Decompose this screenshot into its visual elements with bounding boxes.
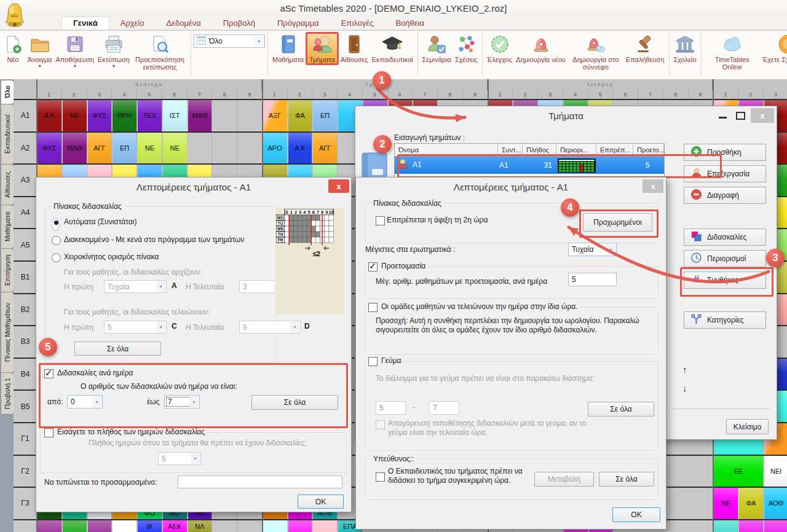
lessons-per-day-checkbox[interactable]	[44, 369, 53, 378]
toolbar-item-δημιουργία-νέου[interactable]: Δημιουργία νέου	[514, 32, 568, 63]
button-διαγραφή[interactable]: Διαγραφή	[684, 187, 766, 204]
groups-end-checkbox[interactable]	[368, 303, 378, 312]
lunch-to-input[interactable]: 7	[429, 401, 459, 415]
toolbar-item-μαθήματα[interactable]: Μαθήματα	[271, 32, 306, 63]
timetable-cell[interactable]: ΝΕ	[138, 133, 162, 164]
lunch-from-input[interactable]: 5	[376, 401, 406, 415]
change-button[interactable]: Μεταβολή	[534, 472, 594, 487]
max-questions-select[interactable]: Τυχαία▾	[568, 243, 617, 256]
list-column-5[interactable]: Επιτρέπ...	[596, 144, 633, 157]
apply-all-button[interactable]: Σε όλα	[74, 342, 161, 356]
timetable-cell[interactable]: ΤΕΧ	[138, 100, 162, 131]
close-button[interactable]: Κλείσιμο	[726, 419, 769, 434]
button-κατηγορίες[interactable]: Κατηγορίες	[684, 311, 766, 329]
toolbar-item-προεπισκόπηση-εκτύπωσης[interactable]: Προεπισκόπηση εκτύπωσης	[132, 32, 188, 71]
list-column-6[interactable]: Προετο...	[633, 144, 664, 157]
menu-tab-1[interactable]: Γενικά	[61, 17, 109, 29]
radio-manual[interactable]	[52, 253, 61, 262]
menu-tab-3[interactable]: Δεδομένα	[155, 17, 212, 29]
timetable-cell[interactable]: ΝΕ	[714, 488, 738, 519]
dropdown-arrow-icon[interactable]: ▾	[113, 64, 115, 69]
timetable-cell[interactable]: ΕΠ	[113, 133, 136, 164]
timetable-cell[interactable]: ΦΥΣ	[38, 133, 61, 164]
no-lessons-after-lunch-checkbox[interactable]	[376, 420, 385, 429]
button-επεξεργασία[interactable]: Επεξεργασία	[684, 165, 766, 182]
arrive-2nd-hour-checkbox[interactable]	[376, 216, 385, 225]
toolbar-item-αποθήκευση[interactable]: Αποθήκευση▾	[53, 32, 95, 69]
move-up-arrow[interactable]: ↑	[682, 364, 687, 375]
timetable-cell[interactable]: ΜΑΘ	[63, 133, 87, 164]
button-περιορισμοί[interactable]: Περιορισμοί	[684, 250, 766, 267]
last-end-select[interactable]: 9▾	[239, 321, 301, 334]
teaching-days-select[interactable]: 5▾	[158, 452, 201, 465]
supervisor-checkbox[interactable]	[376, 472, 385, 482]
timetable-cell[interactable]: ΜΑΘ	[188, 100, 212, 131]
sidebar-tab-1[interactable]: Όλο	[1, 80, 14, 104]
toolbar-item-άνοιγμα[interactable]: Άνοιγμα▾	[26, 32, 53, 69]
menu-tab-6[interactable]: Επιλογές	[330, 17, 385, 29]
timetable-cell[interactable]: ΝΛ	[188, 520, 212, 532]
button-διδασκαλίες[interactable]: Διδασκαλίες	[684, 229, 766, 246]
timetable-cell[interactable]: Α Κ	[288, 133, 312, 164]
toolbar-item-τμήματα[interactable]: Τμήματα	[306, 32, 339, 65]
toolbar-item-επαλήθευση[interactable]: Επαλήθευση	[624, 32, 666, 63]
close-icon[interactable]: x	[643, 179, 663, 193]
toolbar-item-έλεγχος[interactable]: Έλεγχος	[485, 32, 514, 63]
close-icon[interactable]: x	[328, 179, 349, 193]
radio-automatic[interactable]	[52, 218, 60, 231]
toolbar-item-σχέσεις[interactable]: Σχέσεις	[453, 32, 480, 63]
move-down-arrow[interactable]: ↓	[682, 383, 687, 393]
timetable-cell[interactable]	[313, 520, 337, 532]
first-end-select[interactable]: 5▾	[104, 321, 167, 334]
toolbar-item-σχολείο[interactable]: Σχολείο	[672, 32, 698, 63]
timetable-cell[interactable]	[714, 520, 738, 532]
to-select[interactable]: 7▾	[164, 395, 200, 409]
timetable-cell[interactable]: ΦΑ	[739, 488, 763, 519]
apply-all-button2[interactable]: Σε όλα	[251, 395, 338, 410]
class-row-a1[interactable]: A1A1315	[395, 157, 664, 174]
list-column-2[interactable]: Συντ...	[498, 144, 523, 157]
sidebar-tab-4[interactable]: Μαθήματα	[1, 205, 14, 249]
timetable-cell[interactable]: ΙΚ	[138, 520, 162, 532]
minimize-icon[interactable]	[719, 117, 727, 119]
toolbar-item-σεμινάρια[interactable]: Σεμινάρια	[421, 32, 453, 63]
timetable-cell[interactable]: ΕΕ	[714, 456, 763, 487]
sidebar-tab-6[interactable]: Πίνακας Μαθημάτων	[1, 292, 14, 373]
timetable-cell[interactable]: ΦΑ	[288, 100, 312, 131]
close-icon[interactable]: x	[751, 108, 774, 123]
timetable-cell[interactable]	[263, 520, 287, 532]
timetable-cell[interactable]: ΑΞΓ	[263, 100, 287, 131]
timetable-cell[interactable]: ΝΕ	[63, 100, 87, 131]
toolbar-item-νέο[interactable]: Νέο	[0, 32, 26, 63]
first-start-select[interactable]: Τυχαία▾	[104, 280, 167, 293]
timetable-cell[interactable]: ΝΕ	[163, 133, 187, 164]
timetable-cell[interactable]: ΘΡΗ	[113, 100, 136, 131]
toolbar-item-εκτύπωση[interactable]: Εκτύπωση▾	[96, 32, 132, 69]
advanced-button[interactable]: Προχωρημένοι	[583, 213, 652, 232]
menu-tab-4[interactable]: Προβολή	[212, 17, 266, 29]
timetable-cell[interactable]: ΑΕΚ	[163, 520, 187, 532]
timetable-cell[interactable]: ΑΓΓ	[313, 133, 337, 164]
classes-list[interactable]: ΌνομαΣυντ...ΠλήθοςΠεριορι...Επιτρέπ...Πρ…	[394, 143, 665, 179]
menu-tab-7[interactable]: Βοήθεια	[384, 17, 435, 29]
list-column-4[interactable]: Περιορι...	[556, 144, 596, 157]
custom-print-input[interactable]	[178, 475, 342, 488]
list-column-3[interactable]: Πλήθος	[523, 144, 556, 157]
button-συνθήκες[interactable]: #Συνθήκες	[684, 272, 766, 289]
timetable-cell[interactable]	[288, 520, 312, 532]
list-column-1[interactable]: Όνομα	[395, 144, 498, 157]
menu-tab-5[interactable]: Πρόγραμμα	[266, 17, 330, 29]
timetable-cell[interactable]: ΕΠ	[313, 100, 337, 131]
menu-tab-2[interactable]: Αρχείο	[109, 17, 156, 29]
maximize-icon[interactable]	[736, 112, 745, 120]
timetable-cell[interactable]: Α Κ	[38, 100, 61, 131]
button-προσθήκη[interactable]: Προσθήκη	[684, 144, 766, 161]
toolbar-item-δημιουργία-στο-σύννεφο[interactable]: Δημιουργία στο σύννεφο	[568, 32, 624, 71]
timetable-cell[interactable]	[764, 520, 787, 532]
toolbar-item-εκπαιδευτικοί[interactable]: Εκπαιδευτικοί	[370, 32, 415, 63]
dropdown-arrow-icon[interactable]: ▾	[39, 64, 41, 69]
toolbar-item-timetables-online[interactable]: TimeTables Online	[704, 32, 761, 71]
teaching-days-checkbox[interactable]	[44, 428, 53, 437]
toolbar-item-αίθουσες[interactable]: Αίθουσες	[339, 32, 370, 63]
preparation-checkbox[interactable]	[368, 262, 378, 272]
